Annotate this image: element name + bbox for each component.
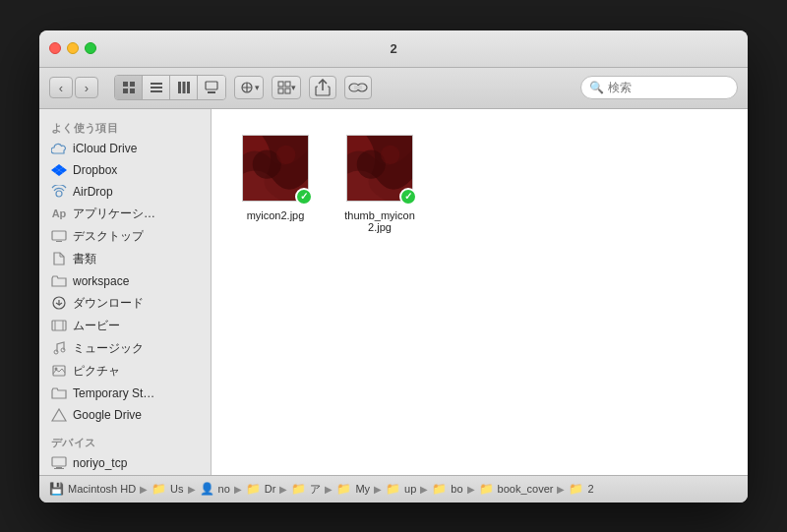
sidebar-label: noriyo_tcp bbox=[73, 456, 127, 470]
svg-rect-16 bbox=[285, 82, 290, 87]
main-area: よく使う項目 iCloud Drive bbox=[39, 109, 748, 475]
back-button[interactable]: ‹ bbox=[49, 77, 73, 98]
breadcrumb-item-bo[interactable]: 📁 bo bbox=[432, 482, 462, 496]
desktop-icon bbox=[51, 228, 67, 244]
sidebar-item-airdrop[interactable]: AirDrop bbox=[39, 181, 211, 203]
svg-rect-1 bbox=[130, 82, 135, 87]
finder-window: 2 ‹ › bbox=[39, 30, 748, 502]
svg-rect-4 bbox=[151, 83, 162, 85]
breadcrumb-label: 2 bbox=[587, 483, 593, 495]
nav-buttons: ‹ › bbox=[49, 77, 98, 98]
sidebar-label: デスクトップ bbox=[73, 228, 144, 245]
breadcrumb-separator: ▶ bbox=[325, 484, 333, 495]
svg-rect-0 bbox=[123, 82, 128, 87]
sidebar-label: AirDrop bbox=[73, 185, 113, 199]
breadcrumb-item-2[interactable]: 📁 2 bbox=[569, 482, 593, 496]
breadcrumb-separator: ▶ bbox=[234, 484, 242, 495]
svg-rect-15 bbox=[278, 82, 283, 87]
file-name: thumb_myicon2.jpg bbox=[341, 209, 418, 233]
cover-view-button[interactable] bbox=[198, 76, 225, 99]
breadcrumb-item-my[interactable]: 📁 My bbox=[336, 482, 370, 496]
folder-icon: 📁 bbox=[479, 482, 494, 496]
close-button[interactable] bbox=[49, 42, 61, 54]
breadcrumb-item-book-cover[interactable]: 📁 book_cover bbox=[479, 482, 554, 496]
sidebar-label: 書類 bbox=[73, 251, 96, 267]
breadcrumb-label: My bbox=[355, 483, 370, 495]
dropbox-icon bbox=[51, 162, 67, 178]
folder-icon: 📁 bbox=[336, 482, 351, 496]
svg-rect-39 bbox=[56, 467, 62, 468]
downloads-icon bbox=[51, 295, 67, 311]
minimize-button[interactable] bbox=[67, 42, 79, 54]
googledrive-icon bbox=[51, 407, 67, 423]
sidebar-item-desktop[interactable]: デスクトップ bbox=[39, 225, 211, 248]
link-button[interactable] bbox=[344, 76, 372, 99]
sidebar-label: アプリケーシ… bbox=[73, 206, 155, 222]
sidebar-item-temporary[interactable]: Temporary St… bbox=[39, 383, 211, 404]
breadcrumb-item-no[interactable]: 👤 no bbox=[200, 482, 230, 496]
sidebar-item-dropbox[interactable]: Dropbox bbox=[39, 159, 211, 181]
music-icon bbox=[51, 340, 67, 356]
sidebar-label: ムービー bbox=[73, 318, 120, 334]
sidebar-item-icloud-drive[interactable]: iCloud Drive bbox=[39, 138, 211, 159]
icon-view-button[interactable] bbox=[115, 76, 143, 99]
svg-rect-17 bbox=[278, 89, 283, 93]
folder-icon: 📁 bbox=[386, 482, 400, 496]
file-item-thumb-myicon2[interactable]: thumb_myicon2.jpg bbox=[335, 129, 424, 239]
svg-point-44 bbox=[276, 145, 295, 163]
content-area: myicon2.jpg bbox=[212, 109, 748, 475]
list-view-button[interactable] bbox=[143, 76, 170, 99]
breadcrumb-label: book_cover bbox=[498, 483, 554, 495]
icloud-icon bbox=[51, 141, 67, 156]
toolbar: ‹ › bbox=[39, 68, 748, 109]
sidebar-item-applications[interactable]: Ap アプリケーシ… bbox=[39, 203, 211, 225]
breadcrumb-item-hd[interactable]: 💾 Macintosh HD bbox=[49, 482, 136, 496]
title-bar: 2 bbox=[39, 30, 748, 68]
arrange-button[interactable]: ▾ bbox=[272, 76, 301, 99]
breadcrumb-separator: ▶ bbox=[279, 484, 287, 495]
breadcrumb-item-dr[interactable]: 📁 Dr bbox=[246, 482, 276, 496]
breadcrumb-item-up[interactable]: 📁 up bbox=[386, 482, 416, 496]
pictures-icon bbox=[51, 363, 67, 379]
sidebar-item-noriyo[interactable]: noriyo_tcp bbox=[39, 452, 211, 474]
svg-rect-27 bbox=[52, 231, 66, 240]
sidebar: よく使う項目 iCloud Drive bbox=[39, 109, 212, 475]
search-box[interactable]: 🔍 bbox=[580, 76, 738, 99]
sidebar-item-workspace[interactable]: workspace bbox=[39, 270, 211, 292]
sidebar-label: workspace bbox=[73, 274, 129, 288]
sidebar-item-googledrive[interactable]: Google Drive bbox=[39, 404, 211, 426]
hd-icon: 💾 bbox=[49, 482, 64, 496]
sidebar-item-documents[interactable]: 書類 bbox=[39, 248, 211, 270]
breadcrumb-label: no bbox=[218, 483, 230, 495]
share-button[interactable] bbox=[309, 76, 336, 99]
sidebar-label: Google Drive bbox=[73, 408, 142, 422]
sidebar-item-downloads[interactable]: ダウンロード bbox=[39, 292, 211, 315]
breadcrumb-separator: ▶ bbox=[374, 484, 382, 495]
folder-icon: 📁 bbox=[151, 482, 166, 496]
workspace-icon bbox=[51, 273, 67, 289]
forward-button[interactable]: › bbox=[75, 77, 98, 98]
sidebar-item-movies[interactable]: ムービー bbox=[39, 315, 211, 337]
sidebar-item-pictures[interactable]: ピクチャ bbox=[39, 360, 211, 383]
breadcrumb-item-app[interactable]: 📁 ア bbox=[291, 482, 321, 497]
maximize-button[interactable] bbox=[85, 42, 96, 54]
svg-rect-28 bbox=[56, 241, 62, 242]
svg-rect-30 bbox=[52, 321, 66, 330]
svg-point-47 bbox=[381, 145, 399, 163]
svg-rect-3 bbox=[130, 89, 135, 93]
file-item-myicon2[interactable]: myicon2.jpg bbox=[231, 129, 320, 239]
action-button[interactable]: ▾ bbox=[234, 76, 264, 99]
sidebar-label: ミュージック bbox=[73, 340, 144, 357]
sidebar-label: ダウンロード bbox=[73, 295, 144, 312]
breadcrumb-separator: ▶ bbox=[467, 484, 475, 495]
svg-rect-2 bbox=[123, 89, 128, 93]
breadcrumb-label: Macintosh HD bbox=[68, 483, 136, 495]
breadcrumb-label: ア bbox=[310, 482, 321, 497]
svg-rect-18 bbox=[285, 89, 290, 93]
breadcrumb-item-us[interactable]: 📁 Us bbox=[151, 482, 183, 496]
sidebar-item-music[interactable]: ミュージック bbox=[39, 337, 211, 360]
column-view-button[interactable] bbox=[170, 76, 198, 99]
sidebar-label: Temporary St… bbox=[73, 386, 154, 400]
search-input[interactable] bbox=[608, 81, 729, 94]
svg-rect-10 bbox=[206, 82, 217, 89]
